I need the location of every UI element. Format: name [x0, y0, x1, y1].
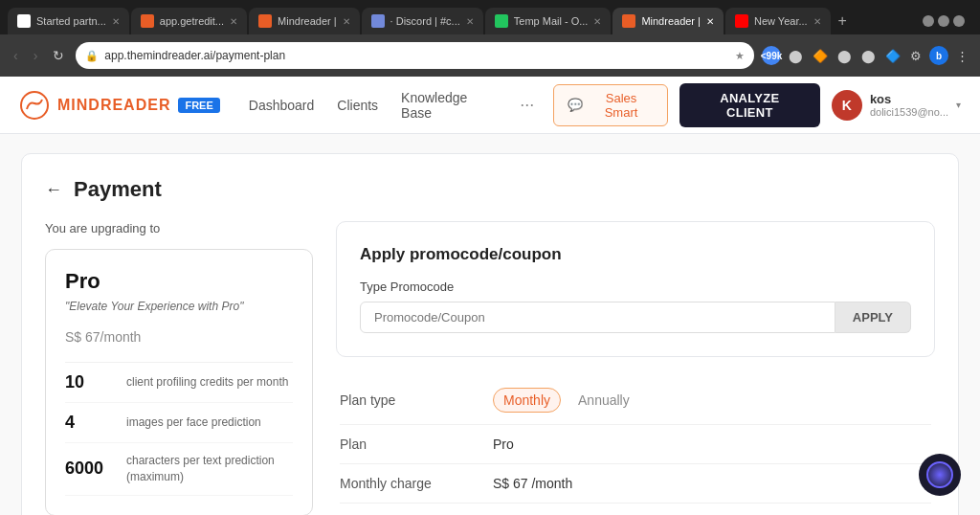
- header-right: 💬 Sales Smart ANALYZE CLIENT K kos dolic…: [553, 83, 961, 127]
- browser-tab[interactable]: app.getredit... ✕: [131, 8, 247, 34]
- logo-icon: [19, 90, 50, 121]
- analyze-client-button[interactable]: ANALYZE CLIENT: [679, 83, 820, 127]
- monthly-charge-label: Monthly charge: [340, 476, 493, 491]
- browser-tab[interactable]: · Discord | #c... ✕: [362, 8, 483, 34]
- chevron-down-icon: ▾: [956, 100, 961, 110]
- user-name: kos: [870, 92, 948, 106]
- refresh-button[interactable]: ↻: [49, 46, 68, 65]
- promo-input-row: APPLY: [360, 302, 911, 333]
- sales-smart-icon: 💬: [568, 98, 583, 112]
- tab-close-icon[interactable]: ✕: [813, 16, 821, 27]
- sales-smart-label: Sales Smart: [589, 91, 654, 120]
- extensions-icon[interactable]: <99k: [762, 46, 781, 65]
- plan-card: Pro "Elevate Your Experience with Pro" S…: [45, 249, 313, 515]
- browser-window: Started partn... ✕ app.getredit... ✕ Min…: [0, 0, 980, 77]
- logo-text: MINDREADER: [57, 97, 170, 114]
- browser-tab[interactable]: New Year... ✕: [725, 8, 831, 34]
- plan-details: Plan type Monthly Annually Plan Pro Mont…: [336, 376, 935, 515]
- tab-title: Started partn...: [36, 15, 106, 27]
- browser-menu-icon[interactable]: ⋮: [954, 47, 970, 65]
- toolbar-ext-6[interactable]: ⚙: [908, 47, 924, 65]
- tab-favicon: [495, 14, 508, 28]
- sales-smart-button[interactable]: 💬 Sales Smart: [553, 84, 668, 126]
- browser-tabs-bar: Started partn... ✕ app.getredit... ✕ Min…: [0, 0, 980, 34]
- user-area[interactable]: K kos dolici1539@no... ▾: [832, 90, 961, 121]
- toolbar-ext-5[interactable]: 🔷: [883, 47, 902, 65]
- logo-area: MINDREADER FREE: [19, 90, 220, 121]
- feature-row: 10 client profiling credits per month: [65, 363, 293, 403]
- tab-close-icon[interactable]: ✕: [593, 16, 601, 27]
- back-arrow-icon[interactable]: ←: [45, 180, 62, 200]
- tab-title: New Year...: [754, 15, 808, 27]
- tab-favicon: [622, 14, 635, 28]
- toolbar-ext-4[interactable]: ⬤: [859, 47, 878, 65]
- tab-favicon: [735, 14, 748, 28]
- browser-toolbar: ‹ › ↻ 🔒 app.themindreader.ai/payment-pla…: [0, 34, 980, 77]
- nav-dashboard[interactable]: Dashboard: [249, 98, 315, 113]
- page-card: ← Payment You are upgrading to Pro "Elev…: [21, 153, 959, 515]
- toolbar-ext-1[interactable]: ⬤: [787, 47, 805, 65]
- close-window-button[interactable]: [953, 15, 965, 27]
- minimize-button[interactable]: [923, 15, 934, 27]
- feature-row: 4 images per face prediction: [65, 403, 293, 443]
- tab-title: Mindreader |: [641, 15, 701, 27]
- forward-button[interactable]: ›: [30, 46, 42, 65]
- plan-row: Plan Pro: [340, 425, 931, 464]
- chat-bubble-button[interactable]: [919, 454, 961, 496]
- upgrade-text: You are upgrading to: [45, 221, 313, 235]
- promo-input[interactable]: [360, 302, 835, 333]
- toolbar-ext-2[interactable]: 🔶: [811, 47, 830, 65]
- page-content: ← Payment You are upgrading to Pro "Elev…: [0, 134, 980, 515]
- feature-desc: images per face prediction: [126, 414, 261, 431]
- tab-title: app.getredit...: [160, 15, 224, 27]
- monthly-charge-value: S$ 67 /month: [493, 476, 572, 491]
- user-avatar: K: [832, 90, 862, 121]
- plan-panel: You are upgrading to Pro "Elevate Your E…: [45, 221, 313, 515]
- promo-panel: Apply promocode/coupon Type Promocode AP…: [336, 221, 935, 515]
- address-bar[interactable]: 🔒 app.themindreader.ai/payment-plan ★: [76, 42, 754, 69]
- toolbar-user-icon[interactable]: b: [929, 46, 948, 65]
- plan-type-toggle: Monthly Annually: [493, 388, 639, 413]
- new-tab-button[interactable]: +: [833, 12, 853, 30]
- plan-type-row: Plan type Monthly Annually: [340, 376, 931, 425]
- annually-toggle[interactable]: Annually: [568, 389, 639, 412]
- nav-clients[interactable]: Clients: [337, 98, 378, 113]
- monthly-toggle[interactable]: Monthly: [493, 388, 561, 413]
- browser-tab-active[interactable]: Mindreader | ✕: [612, 8, 724, 34]
- tab-title: · Discord | #c...: [390, 15, 460, 27]
- feature-desc: characters per text prediction (maximum): [126, 453, 293, 485]
- user-email: dolici1539@no...: [870, 106, 948, 118]
- tab-close-icon[interactable]: ✕: [343, 16, 350, 27]
- toolbar-ext-3[interactable]: ⬤: [835, 47, 854, 65]
- browser-tab[interactable]: Mindreader | ✕: [249, 8, 360, 34]
- app-header: MINDREADER FREE Dashboard Clients Knowle…: [0, 77, 980, 134]
- tab-title: Mindreader |: [278, 15, 337, 27]
- url-display: app.themindreader.ai/payment-plan: [104, 49, 729, 62]
- back-button[interactable]: ‹: [10, 46, 22, 65]
- tab-close-icon[interactable]: ✕: [706, 16, 714, 27]
- tab-title: Temp Mail - O...: [514, 15, 589, 27]
- feature-num: 6000: [65, 459, 113, 479]
- feature-row: 6000 characters per text prediction (max…: [65, 443, 293, 496]
- tab-close-icon[interactable]: ✕: [112, 16, 120, 27]
- nav-knowledge-base[interactable]: Knowledge Base: [401, 90, 497, 121]
- tab-favicon: [258, 14, 272, 28]
- user-info: kos dolici1539@no...: [870, 92, 948, 118]
- browser-tab[interactable]: Temp Mail - O... ✕: [485, 8, 612, 34]
- plan-tagline: "Elevate Your Experience with Pro": [65, 300, 293, 313]
- promo-label: Type Promocode: [360, 280, 911, 294]
- browser-tab[interactable]: Started partn... ✕: [8, 8, 129, 34]
- tab-close-icon[interactable]: ✕: [230, 16, 237, 27]
- apply-button[interactable]: APPLY: [835, 302, 911, 333]
- chat-bubble-icon: [926, 461, 953, 488]
- maximize-button[interactable]: [938, 15, 949, 27]
- feature-desc: client profiling credits per month: [126, 374, 288, 391]
- plan-price: S$ 67/month: [65, 325, 293, 347]
- plan-label: Plan: [340, 437, 493, 452]
- feature-num: 10: [65, 372, 113, 392]
- svg-point-0: [21, 92, 48, 119]
- tab-favicon: [371, 14, 385, 28]
- tab-close-icon[interactable]: ✕: [466, 16, 474, 27]
- nav-more-dots[interactable]: ···: [520, 95, 534, 115]
- payment-layout: You are upgrading to Pro "Elevate Your E…: [45, 221, 935, 515]
